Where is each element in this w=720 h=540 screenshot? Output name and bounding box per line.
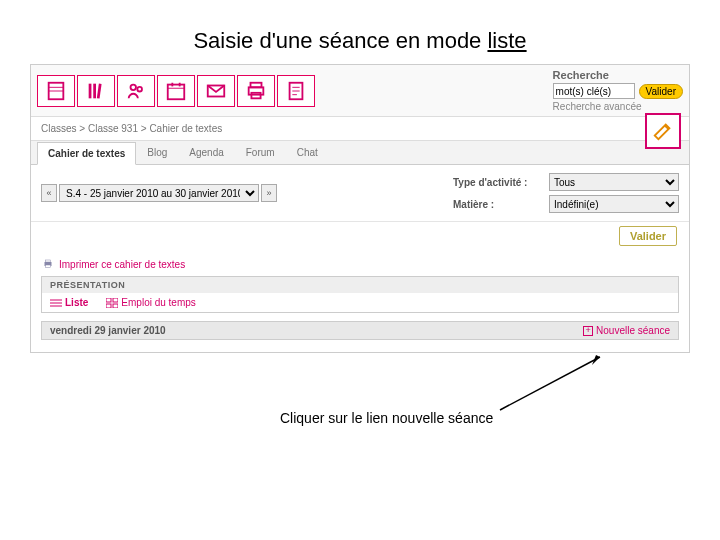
notebook-icon[interactable] xyxy=(37,75,75,107)
search-label: Recherche xyxy=(553,69,609,81)
search-input[interactable] xyxy=(553,83,635,99)
filter-right: Type d'activité : Tous Matière : Indéfin… xyxy=(453,173,679,213)
filter-type: Type d'activité : Tous xyxy=(453,173,679,191)
breadcrumb-text: Classes > Classe 931 > Cahier de textes xyxy=(41,123,222,134)
spacer xyxy=(31,340,689,352)
svg-rect-5 xyxy=(97,83,102,98)
date-selector: « S.4 - 25 janvier 2010 au 30 janvier 20… xyxy=(41,184,277,202)
date-header-bar: vendredi 29 janvier 2010 + Nouvelle séan… xyxy=(41,321,679,340)
calendar-icon[interactable] xyxy=(157,75,195,107)
tab-chat[interactable]: Chat xyxy=(286,141,329,164)
svg-rect-22 xyxy=(46,265,51,268)
next-week-button[interactable]: » xyxy=(261,184,277,202)
view-emploi[interactable]: Emploi du temps xyxy=(106,297,195,308)
tab-blog[interactable]: Blog xyxy=(136,141,178,164)
svg-rect-15 xyxy=(251,92,260,98)
plus-icon: + xyxy=(583,326,593,336)
print-icon[interactable] xyxy=(237,75,275,107)
toolbar: Recherche Valider Recherche avancée xyxy=(31,65,689,117)
filter-valider-button[interactable]: Valider xyxy=(619,226,677,246)
app-frame: Recherche Valider Recherche avancée Clas… xyxy=(30,64,690,353)
annotation-text: Cliquer sur le lien nouvelle séance xyxy=(280,410,500,426)
presentation-bar: PRÉSENTATION Liste Emploi du temps xyxy=(41,276,679,313)
date-range-select[interactable]: S.4 - 25 janvier 2010 au 30 janvier 2010 xyxy=(59,184,259,202)
print-row[interactable]: Imprimer ce cahier de textes xyxy=(31,252,689,276)
list-icon xyxy=(50,298,62,308)
users-icon[interactable] xyxy=(117,75,155,107)
search-area: Recherche Valider Recherche avancée xyxy=(553,69,683,112)
type-select[interactable]: Tous xyxy=(549,173,679,191)
svg-rect-27 xyxy=(113,298,118,302)
title-prefix: Saisie d'une séance en mode xyxy=(193,28,487,53)
svg-rect-3 xyxy=(89,83,92,98)
filter-row: « S.4 - 25 janvier 2010 au 30 janvier 20… xyxy=(31,165,689,222)
prev-week-button[interactable]: « xyxy=(41,184,57,202)
svg-rect-28 xyxy=(106,304,111,308)
document-icon[interactable] xyxy=(277,75,315,107)
filter-matiere: Matière : Indéfini(e) xyxy=(453,195,679,213)
svg-line-30 xyxy=(500,357,600,410)
view-liste-label: Liste xyxy=(65,297,88,308)
svg-rect-21 xyxy=(46,260,51,262)
presentation-head: PRÉSENTATION xyxy=(42,277,678,293)
type-label: Type d'activité : xyxy=(453,177,543,188)
filter-submit-row: Valider xyxy=(31,222,689,252)
matiere-select[interactable]: Indéfini(e) xyxy=(549,195,679,213)
edit-badge-icon[interactable] xyxy=(645,113,681,149)
title-underline: liste xyxy=(487,28,526,53)
library-icon[interactable] xyxy=(77,75,115,107)
svg-rect-26 xyxy=(106,298,111,302)
date-header-text: vendredi 29 janvier 2010 xyxy=(50,325,166,336)
matiere-label: Matière : xyxy=(453,199,543,210)
tab-forum[interactable]: Forum xyxy=(235,141,286,164)
svg-rect-29 xyxy=(113,304,118,308)
print-link-text: Imprimer ce cahier de textes xyxy=(59,259,185,270)
tab-cahier[interactable]: Cahier de textes xyxy=(37,142,136,165)
svg-point-6 xyxy=(131,84,137,90)
tab-agenda[interactable]: Agenda xyxy=(178,141,234,164)
printer-icon xyxy=(41,258,55,270)
view-emploi-label: Emploi du temps xyxy=(121,297,195,308)
search-submit-button[interactable]: Valider xyxy=(639,84,683,99)
nouvelle-seance-text: Nouvelle séance xyxy=(596,325,670,336)
svg-point-7 xyxy=(137,86,142,91)
nouvelle-seance-link[interactable]: + Nouvelle séance xyxy=(583,325,670,336)
svg-rect-4 xyxy=(93,83,96,98)
advanced-search-link[interactable]: Recherche avancée xyxy=(553,101,642,112)
grid-icon xyxy=(106,298,118,308)
annotation-arrow xyxy=(410,355,610,415)
slide-title: Saisie d'une séance en mode liste xyxy=(0,28,720,54)
view-liste[interactable]: Liste xyxy=(50,297,88,308)
mail-icon[interactable] xyxy=(197,75,235,107)
svg-rect-8 xyxy=(168,84,185,99)
tabs: Cahier de textes Blog Agenda Forum Chat xyxy=(31,141,689,165)
svg-marker-31 xyxy=(592,355,600,365)
breadcrumb: Classes > Classe 931 > Cahier de textes xyxy=(31,117,689,141)
toolbar-icons xyxy=(37,75,315,107)
view-tabs: Liste Emploi du temps xyxy=(42,293,678,312)
